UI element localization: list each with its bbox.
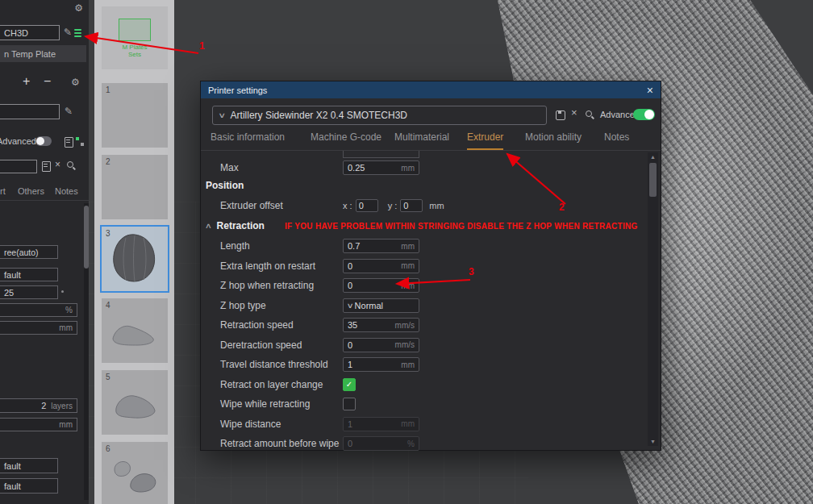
unit-label: % [65, 306, 73, 314]
setting-row-extruder-offset: Extruder offset x : y : mm [201, 198, 632, 214]
extruder-offset-x-field[interactable] [356, 201, 377, 210]
retraction-settings-list: Length mm Extra length on restart mm Z h… [201, 236, 632, 454]
divider [201, 150, 661, 151]
tab-notes[interactable]: Notes [55, 186, 78, 196]
clear-icon[interactable]: × [55, 159, 60, 170]
advanced-mode-toggle[interactable] [633, 109, 655, 120]
extruder-offset-y-input[interactable] [400, 199, 423, 212]
scroll-down-icon[interactable]: ▼ [648, 439, 658, 444]
printer-preset-dropdown[interactable]: ∨ Artillery Sidewinder X2 0.4 SMOTECH3D [212, 106, 547, 125]
default-combo[interactable]: fault [0, 458, 58, 473]
advanced-mode-toggle[interactable] [35, 136, 52, 146]
extra-length-restart-field[interactable] [344, 261, 399, 271]
wipe-distance-input[interactable]: mm [343, 417, 419, 431]
raft-layers-input[interactable]: 2 layers [0, 398, 77, 413]
modified-dot-icon [61, 290, 64, 293]
edit-icon[interactable]: ✎ [64, 27, 72, 38]
tab-motion-ability[interactable]: Motion ability [525, 131, 582, 148]
z-hop-type-select[interactable]: ∨ Normal [343, 298, 419, 313]
plate-thumbnail-4[interactable]: 4 [102, 298, 168, 363]
tab-extruder[interactable]: Extruder [467, 131, 503, 150]
deretraction-speed-input[interactable]: mm/s [343, 338, 419, 352]
user-warning-note: IF YOU HAVE PROBLEM WITHIN STRINGING DIS… [285, 222, 638, 231]
plate-thumbnail-2[interactable]: 2 [102, 155, 168, 219]
printer-settings-dialog: Printer settings × ∨ Artillery Sidewinde… [200, 81, 661, 451]
copy-icon[interactable] [42, 161, 51, 172]
tab-multimaterial[interactable]: Multimaterial [394, 131, 449, 148]
filament-list-icon[interactable] [74, 29, 81, 37]
search-icon[interactable] [67, 161, 77, 171]
remove-filament-button[interactable]: − [44, 74, 51, 89]
retraction-speed-input[interactable]: mm/s [343, 318, 419, 332]
default-combo[interactable]: fault [0, 478, 58, 494]
max-input-field[interactable] [344, 163, 399, 173]
travel-distance-threshold-input[interactable]: mm [343, 357, 419, 372]
printer-preset-combo[interactable]: CH3D [0, 25, 60, 40]
plates-overview-label-2: Sets [122, 51, 147, 58]
length-input-field[interactable] [344, 241, 399, 251]
delete-preset-icon[interactable]: × [571, 106, 577, 119]
collapse-icon[interactable]: ∧ [205, 222, 212, 230]
panel-scrollbar[interactable] [84, 203, 89, 500]
percent-input[interactable]: % [0, 303, 77, 317]
length-input[interactable]: mm [343, 239, 419, 253]
gear-icon[interactable]: ⚙ [71, 77, 80, 88]
retraction-section-header[interactable]: ∧ Retraction IF YOU HAVE PROBLEM WITHIN … [206, 220, 643, 231]
tab-basic-information[interactable]: Basic information [211, 131, 285, 148]
plate-thumbnail-6[interactable]: 6 [102, 442, 168, 504]
extruder-offset-x-input[interactable] [356, 199, 378, 212]
tab-others[interactable]: Others [18, 186, 44, 196]
travel-distance-threshold-field[interactable] [344, 360, 399, 369]
plate-thumbnail-3-selected[interactable]: 3 [102, 227, 168, 291]
max-input[interactable]: mm [343, 160, 419, 175]
save-preset-icon[interactable] [556, 110, 565, 120]
mm-input[interactable]: mm [0, 418, 77, 431]
filament-preset-combo[interactable] [0, 104, 60, 119]
extra-length-restart-input[interactable]: mm [343, 259, 419, 273]
scroll-up-icon[interactable]: ▲ [648, 154, 658, 160]
deretraction-speed-field[interactable] [344, 340, 394, 350]
scrollbar-thumb[interactable] [649, 163, 657, 197]
model-preview [102, 227, 168, 291]
default-combo[interactable]: fault [0, 268, 58, 281]
extruder-offset-y-field[interactable] [401, 201, 422, 210]
plate-thumbnail-1[interactable]: 1 [102, 83, 168, 148]
retraction-speed-field[interactable] [344, 320, 394, 330]
unit-label: mm [399, 164, 419, 173]
tab-notes[interactable]: Notes [604, 131, 629, 148]
settings-list-icon[interactable] [65, 137, 73, 148]
model-preview [102, 298, 168, 363]
setting-row-travel-threshold: Travel distance threshold mm [201, 355, 632, 375]
z-hop-input[interactable]: mm [343, 278, 419, 293]
support-style-combo[interactable]: ree(auto) [0, 245, 58, 259]
retract-on-layer-change-checkbox[interactable]: ✓ [343, 378, 356, 391]
model-preview [102, 442, 168, 504]
unit-label: mm [399, 360, 419, 369]
process-compare-icon[interactable] [76, 137, 84, 146]
dialog-titlebar[interactable]: Printer settings × [201, 81, 661, 98]
dialog-scrollbar[interactable]: ▲ ▼ [648, 152, 658, 446]
plate-type-combo[interactable]: n Temp Plate [0, 45, 86, 62]
threshold-angle-value: 25 [4, 288, 14, 298]
close-icon[interactable]: × [647, 85, 653, 96]
z-hop-input-field[interactable] [344, 281, 399, 290]
plate-number: 3 [106, 229, 110, 238]
mm-input[interactable]: mm [0, 321, 77, 335]
wipe-while-retracting-checkbox[interactable] [343, 398, 356, 410]
search-input[interactable] [0, 160, 37, 173]
gear-icon[interactable]: ⚙ [74, 2, 83, 14]
plate-number: 4 [106, 301, 110, 310]
tab-machine-gcode[interactable]: Machine G-code [311, 131, 381, 148]
setting-row-wipe-while-retracting: Wipe while retracting [201, 394, 632, 414]
threshold-angle-input[interactable]: 25 [0, 285, 58, 299]
tab-support[interactable]: rt [0, 186, 6, 196]
retract-amount-before-wipe-input[interactable]: % [343, 436, 419, 451]
scrollbar-thumb[interactable] [84, 206, 89, 269]
x-label: x : [343, 201, 352, 210]
search-icon[interactable] [586, 110, 595, 120]
plates-overview-thumbnail[interactable]: M Plates Sets [102, 6, 168, 69]
add-filament-button[interactable]: + [23, 74, 30, 89]
setting-label: Extruder offset [220, 200, 343, 211]
edit-icon[interactable]: ✎ [65, 106, 73, 117]
plate-thumbnail-5[interactable]: 5 [102, 370, 168, 435]
